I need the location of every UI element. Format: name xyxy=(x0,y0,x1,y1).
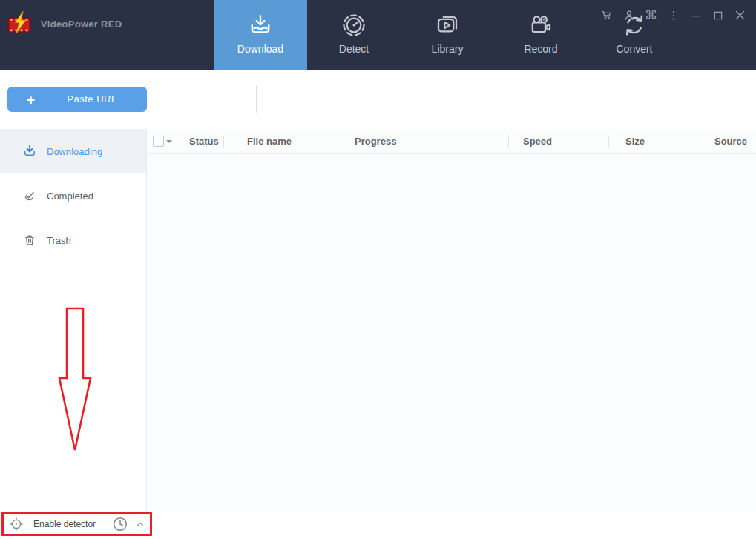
sidebar-item-completed[interactable]: Completed xyxy=(0,173,146,218)
title-bar: VideoPower RED Download xyxy=(0,0,756,70)
column-header-filename[interactable]: File name xyxy=(223,129,323,153)
app-window: VideoPower RED Download xyxy=(0,0,756,539)
completed-check-icon xyxy=(22,188,37,203)
paste-url-button[interactable]: + Paste URL xyxy=(7,87,147,112)
download-tray-icon xyxy=(246,11,275,39)
record-camera-icon xyxy=(527,11,555,39)
tab-download[interactable]: Download xyxy=(214,0,307,70)
schedule-clock-icon[interactable] xyxy=(111,515,129,533)
tab-record[interactable]: Record xyxy=(494,0,588,70)
minimize-icon[interactable] xyxy=(688,8,703,22)
tab-library[interactable]: Library xyxy=(401,0,494,70)
app-logo-icon xyxy=(6,10,34,37)
status-bar: Enable detector xyxy=(0,512,756,539)
apps-icon[interactable]: ⌘ xyxy=(644,8,658,22)
maximize-icon[interactable] xyxy=(711,8,725,22)
app-brand: VideoPower RED xyxy=(6,10,122,37)
toolbar-divider xyxy=(256,85,257,113)
app-title: VideoPower RED xyxy=(41,19,122,30)
sidebar-item-trash[interactable]: Trash xyxy=(0,218,146,262)
downloading-icon xyxy=(22,144,37,159)
sidebar-item-downloading[interactable]: Downloading xyxy=(0,129,146,173)
window-controls: ⌘ xyxy=(599,8,747,22)
select-all-checkbox[interactable] xyxy=(153,136,164,147)
column-header-speed[interactable]: Speed xyxy=(508,129,608,153)
trash-icon xyxy=(22,233,37,248)
download-list-empty-area xyxy=(148,154,756,511)
account-icon[interactable] xyxy=(622,8,636,22)
enable-detector-label[interactable]: Enable detector xyxy=(33,519,96,529)
column-header-source[interactable]: Source xyxy=(700,129,756,153)
select-all-header xyxy=(148,129,180,153)
column-header-status[interactable]: Status xyxy=(180,129,223,153)
table-header: Status File name Progress Speed Size Sou… xyxy=(148,129,756,154)
tab-label: Detect xyxy=(339,43,369,55)
collapse-chevron-icon[interactable] xyxy=(135,519,145,529)
download-list-panel: Status File name Progress Speed Size Sou… xyxy=(148,129,756,512)
tab-label: Download xyxy=(237,43,283,55)
cart-icon[interactable] xyxy=(599,8,614,22)
enable-detector-highlight-box: Enable detector xyxy=(1,512,152,536)
detector-target-icon[interactable] xyxy=(8,516,24,532)
sidebar-item-label: Trash xyxy=(47,235,71,246)
tab-label: Record xyxy=(524,43,557,55)
tab-detect[interactable]: Detect xyxy=(307,0,401,70)
download-toolbar: + Paste URL xyxy=(0,70,756,128)
column-header-size[interactable]: Size xyxy=(608,129,700,153)
paste-url-label: Paste URL xyxy=(52,93,132,105)
library-video-icon xyxy=(433,11,461,39)
download-sidebar: Downloading Completed Trash xyxy=(0,129,147,512)
column-header-progress[interactable]: Progress xyxy=(323,129,508,153)
select-menu-caret-icon[interactable] xyxy=(166,140,172,146)
sidebar-item-label: Completed xyxy=(47,191,93,202)
tab-label: Convert xyxy=(616,43,652,55)
more-dots-icon[interactable] xyxy=(666,8,680,22)
close-icon[interactable] xyxy=(733,8,747,22)
sidebar-item-label: Downloading xyxy=(47,146,102,157)
detect-radar-icon xyxy=(340,11,368,39)
tab-label: Library xyxy=(432,43,464,55)
plus-icon: + xyxy=(27,92,35,108)
